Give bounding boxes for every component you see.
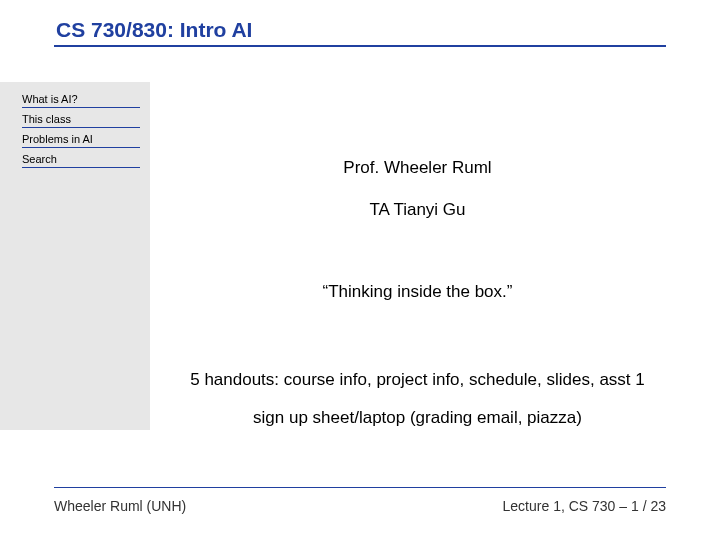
sidebar-item-label: Search (22, 153, 57, 165)
sidebar-item-label: What is AI? (22, 93, 78, 105)
slide-header: CS 730/830: Intro AI (54, 18, 666, 47)
outline-sidebar: What is AI? This class Problems in AI Se… (0, 82, 150, 430)
sidebar-item-search[interactable]: Search (22, 150, 140, 168)
slide-title: CS 730/830: Intro AI (54, 18, 666, 47)
sidebar-item-what-is-ai[interactable]: What is AI? (22, 90, 140, 108)
slide-footer: Wheeler Ruml (UNH) Lecture 1, CS 730 – 1… (54, 487, 666, 514)
sidebar-item-label: Problems in AI (22, 133, 93, 145)
footer-author: Wheeler Ruml (UNH) (54, 498, 186, 514)
signup-line: sign up sheet/laptop (grading email, pia… (155, 408, 680, 428)
ta-line: TA Tianyi Gu (155, 200, 680, 220)
handouts-line: 5 handouts: course info, project info, s… (155, 370, 680, 390)
quote-line: “Thinking inside the box.” (155, 282, 680, 302)
professor-line: Prof. Wheeler Ruml (155, 158, 680, 178)
slide-body: Prof. Wheeler Ruml TA Tianyi Gu “Thinkin… (155, 150, 680, 428)
sidebar-item-this-class[interactable]: This class (22, 110, 140, 128)
footer-page: Lecture 1, CS 730 – 1 / 23 (503, 498, 666, 514)
sidebar-item-label: This class (22, 113, 71, 125)
sidebar-item-problems-in-ai[interactable]: Problems in AI (22, 130, 140, 148)
